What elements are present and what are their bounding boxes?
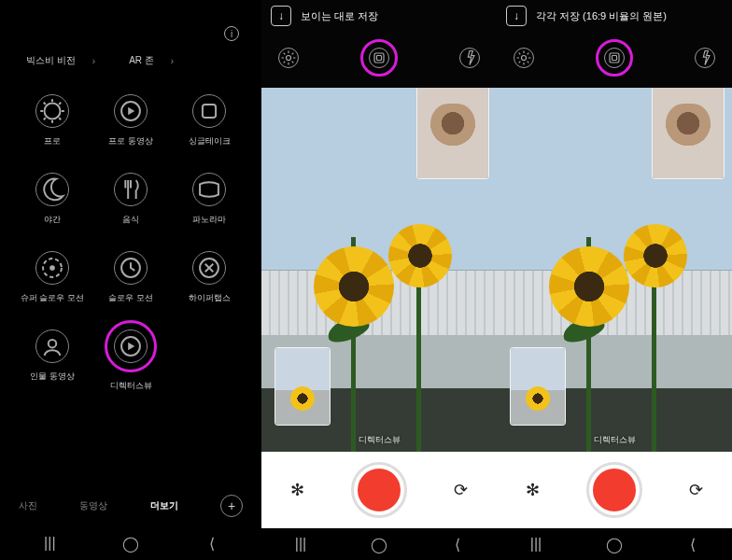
nav-recent-icon[interactable]: ||| bbox=[527, 536, 545, 553]
nav-home-icon[interactable]: ◯ bbox=[605, 536, 624, 553]
record-button[interactable] bbox=[354, 465, 404, 515]
switch-camera-button[interactable]: ⟳ bbox=[444, 474, 476, 506]
camera-controls: ✻ ⟳ bbox=[497, 452, 732, 528]
highlight-ring-icon bbox=[105, 320, 157, 372]
feature-tabs: 빅스비 비전 › AR 존 › bbox=[9, 49, 252, 80]
viewfinder-mode-label: 디렉터스뷰 bbox=[359, 434, 401, 446]
android-navbar: ||| ◯ ⟨ bbox=[9, 526, 252, 560]
svg-marker-2 bbox=[128, 106, 134, 115]
nav-home-icon[interactable]: ◯ bbox=[370, 536, 388, 553]
info-icon[interactable]: i bbox=[224, 26, 239, 41]
svg-rect-15 bbox=[610, 53, 619, 63]
camera-panel-2: ↓ 각각 저장 (16:9 비율의 원본) 전후면 16:9 동영상 각각 저장… bbox=[497, 0, 732, 560]
tab-more[interactable]: 더보기 bbox=[150, 499, 178, 512]
mode-label: 슬로우 모션 bbox=[108, 292, 153, 304]
tab-label: AR 존 bbox=[129, 54, 154, 67]
save-mode-toggle-icon[interactable] bbox=[604, 48, 625, 68]
viewfinder[interactable]: 디렉터스뷰 bbox=[261, 88, 497, 452]
camera-controls: ✻ ⟳ bbox=[261, 452, 497, 528]
mode-night[interactable]: 야간 bbox=[15, 162, 90, 235]
mode-hyperlapse[interactable]: 하이퍼랩스 bbox=[172, 241, 246, 314]
svg-rect-3 bbox=[203, 104, 216, 117]
camera-modes-panel: i 빅스비 비전 › AR 존 › 프로 프로 동영상 싱글테이크 야간 bbox=[0, 0, 261, 560]
mode-grid: 프로 프로 동영상 싱글테이크 야간 음식 파노라마 슈퍼 슬로우 모션 슬로 bbox=[9, 80, 252, 484]
svg-point-14 bbox=[522, 56, 527, 61]
svg-point-11 bbox=[287, 56, 291, 61]
effects-button[interactable]: ✻ bbox=[282, 474, 314, 506]
pip-thumbnail[interactable] bbox=[274, 347, 331, 426]
mode-single-take[interactable]: 싱글테이크 bbox=[172, 84, 246, 157]
pip-thumbnail[interactable] bbox=[510, 347, 566, 426]
svg-point-5 bbox=[49, 265, 55, 271]
nav-recent-icon[interactable]: ||| bbox=[291, 536, 310, 553]
tab-video[interactable]: 동영상 bbox=[79, 499, 107, 512]
top-bar: i bbox=[9, 26, 252, 49]
sunflower bbox=[314, 246, 394, 327]
pip-front-camera[interactable] bbox=[416, 88, 489, 179]
mode-pro-video[interactable]: 프로 동영상 bbox=[93, 84, 168, 157]
highlight-ring-icon bbox=[360, 39, 398, 77]
mode-portrait-video[interactable]: 인물 동영상 bbox=[15, 319, 90, 392]
mode-super-slowmo[interactable]: 슈퍼 슬로우 모션 bbox=[15, 241, 90, 314]
viewfinder[interactable]: 디렉터스뷰 bbox=[497, 88, 732, 452]
mode-directors-view[interactable]: 디렉터스뷰 bbox=[93, 319, 168, 392]
nav-back-icon[interactable]: ⟨ bbox=[203, 535, 221, 553]
chevron-right-icon: › bbox=[171, 56, 174, 66]
tab-bixby-vision[interactable]: 빅스비 비전 › bbox=[26, 54, 95, 67]
nav-back-icon[interactable]: ⟨ bbox=[683, 536, 702, 553]
highlight-ring-icon bbox=[596, 39, 633, 77]
caption-text: 보이는 대로 저장 bbox=[301, 9, 378, 23]
switch-camera-button[interactable]: ⟳ bbox=[680, 474, 711, 506]
svg-marker-10 bbox=[128, 342, 134, 350]
pip-front-camera[interactable] bbox=[652, 88, 725, 179]
sunflower bbox=[549, 246, 629, 327]
mode-label: 프로 동영상 bbox=[108, 135, 153, 147]
effects-button[interactable]: ✻ bbox=[517, 474, 549, 506]
mode-label: 야간 bbox=[44, 214, 61, 226]
android-navbar: ||| ◯ ⟨ bbox=[497, 528, 732, 560]
record-button[interactable] bbox=[589, 465, 640, 515]
mode-label: 인물 동영상 bbox=[30, 371, 75, 383]
mode-label: 파노라마 bbox=[192, 214, 226, 226]
nav-recent-icon[interactable]: ||| bbox=[40, 535, 59, 552]
mode-label: 싱글테이크 bbox=[189, 135, 231, 147]
mode-label: 음식 bbox=[122, 214, 139, 226]
caption-row: ↓ 보이는 대로 저장 bbox=[261, 0, 497, 30]
svg-rect-12 bbox=[374, 53, 384, 63]
sunflower bbox=[388, 224, 452, 287]
svg-rect-16 bbox=[612, 56, 617, 61]
viewfinder-mode-label: 디렉터스뷰 bbox=[594, 434, 636, 446]
svg-point-0 bbox=[45, 103, 61, 119]
sunflower bbox=[624, 224, 687, 287]
camera-top-bar bbox=[261, 30, 497, 82]
chevron-right-icon: › bbox=[92, 56, 95, 66]
android-navbar: ||| ◯ ⟨ bbox=[261, 528, 497, 560]
mode-label: 하이퍼랩스 bbox=[189, 292, 231, 304]
flower-stem bbox=[652, 274, 656, 452]
tab-ar-zone[interactable]: AR 존 › bbox=[129, 54, 174, 67]
tab-label: 빅스비 비전 bbox=[26, 54, 76, 67]
download-icon[interactable]: ↓ bbox=[506, 6, 527, 26]
caption-text: 각각 저장 (16:9 비율의 원본) bbox=[536, 9, 667, 23]
mode-label: 슈퍼 슬로우 모션 bbox=[21, 292, 84, 304]
mode-pro[interactable]: 프로 bbox=[15, 84, 90, 157]
flower-stem bbox=[416, 274, 421, 452]
mode-food[interactable]: 음식 bbox=[93, 162, 168, 235]
mode-slowmo[interactable]: 슬로우 모션 bbox=[93, 241, 168, 314]
nav-home-icon[interactable]: ◯ bbox=[121, 535, 140, 553]
mode-label: 디렉터스뷰 bbox=[110, 380, 152, 392]
settings-icon[interactable] bbox=[514, 48, 534, 68]
mode-panorama[interactable]: 파노라마 bbox=[172, 162, 246, 235]
download-icon[interactable]: ↓ bbox=[271, 6, 291, 26]
nav-back-icon[interactable]: ⟨ bbox=[448, 536, 467, 553]
mode-label: 프로 bbox=[44, 135, 61, 147]
svg-rect-13 bbox=[377, 56, 382, 61]
settings-icon[interactable] bbox=[278, 48, 299, 68]
flash-icon[interactable] bbox=[459, 48, 480, 68]
save-mode-toggle-icon[interactable] bbox=[369, 48, 389, 68]
flash-icon[interactable] bbox=[695, 48, 715, 68]
add-mode-button[interactable]: + bbox=[220, 495, 243, 517]
tab-photo[interactable]: 사진 bbox=[19, 499, 37, 512]
svg-point-8 bbox=[49, 339, 57, 347]
caption-row: ↓ 각각 저장 (16:9 비율의 원본) bbox=[497, 0, 732, 30]
